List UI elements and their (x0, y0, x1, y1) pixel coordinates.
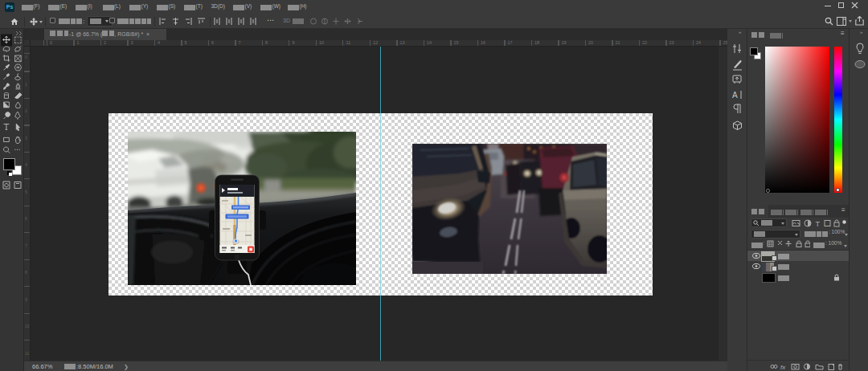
svg-text:A: A (732, 91, 738, 100)
svg-text:fx: fx (780, 364, 786, 370)
svg-text:T: T (816, 220, 821, 228)
